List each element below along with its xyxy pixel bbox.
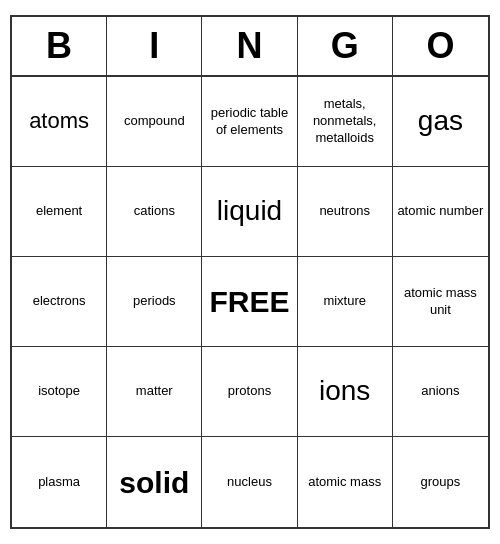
bingo-cell: atoms bbox=[12, 77, 107, 167]
header-letter: G bbox=[298, 17, 393, 75]
bingo-card: BINGO atomscompoundperiodic table of ele… bbox=[10, 15, 490, 529]
bingo-cell: periodic table of elements bbox=[202, 77, 297, 167]
bingo-cell: atomic number bbox=[393, 167, 488, 257]
bingo-cell: plasma bbox=[12, 437, 107, 527]
bingo-cell: compound bbox=[107, 77, 202, 167]
bingo-cell: FREE bbox=[202, 257, 297, 347]
bingo-cell: ions bbox=[298, 347, 393, 437]
bingo-cell: atomic mass unit bbox=[393, 257, 488, 347]
bingo-cell: matter bbox=[107, 347, 202, 437]
bingo-cell: neutrons bbox=[298, 167, 393, 257]
bingo-cell: electrons bbox=[12, 257, 107, 347]
bingo-cell: liquid bbox=[202, 167, 297, 257]
bingo-cell: atomic mass bbox=[298, 437, 393, 527]
bingo-cell: nucleus bbox=[202, 437, 297, 527]
bingo-cell: anions bbox=[393, 347, 488, 437]
header-letter: B bbox=[12, 17, 107, 75]
bingo-cell: protons bbox=[202, 347, 297, 437]
bingo-cell: solid bbox=[107, 437, 202, 527]
bingo-cell: mixture bbox=[298, 257, 393, 347]
header-letter: O bbox=[393, 17, 488, 75]
bingo-cell: metals, nonmetals, metalloids bbox=[298, 77, 393, 167]
bingo-cell: periods bbox=[107, 257, 202, 347]
bingo-grid: atomscompoundperiodic table of elementsm… bbox=[12, 77, 488, 527]
header-letter: I bbox=[107, 17, 202, 75]
bingo-header: BINGO bbox=[12, 17, 488, 77]
header-letter: N bbox=[202, 17, 297, 75]
bingo-cell: cations bbox=[107, 167, 202, 257]
bingo-cell: element bbox=[12, 167, 107, 257]
bingo-cell: groups bbox=[393, 437, 488, 527]
bingo-cell: gas bbox=[393, 77, 488, 167]
bingo-cell: isotope bbox=[12, 347, 107, 437]
